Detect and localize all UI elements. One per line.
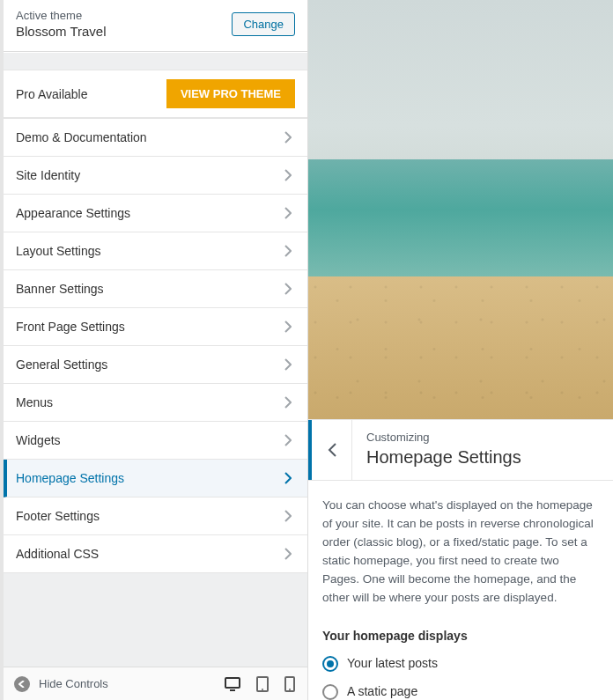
- chevron-right-icon: [281, 471, 295, 485]
- change-theme-button[interactable]: Change: [232, 12, 295, 36]
- chevron-right-icon: [281, 320, 295, 334]
- preview-sand: [308, 276, 613, 419]
- radio-label: Your latest posts: [347, 654, 438, 674]
- nav-item-general-settings[interactable]: General Settings: [4, 346, 307, 384]
- nav-item-homepage-settings[interactable]: Homepage Settings: [4, 460, 307, 497]
- chevron-right-icon: [281, 547, 295, 561]
- svg-point-2: [262, 689, 263, 690]
- nav-item-widgets[interactable]: Widgets: [4, 422, 307, 460]
- nav-item-label: Menus: [16, 395, 53, 409]
- nav-item-label: Site Identity: [16, 168, 80, 182]
- chevron-right-icon: [281, 357, 295, 372]
- nav-item-label: General Settings: [16, 357, 107, 372]
- nav-item-footer-settings[interactable]: Footer Settings: [4, 497, 307, 535]
- nav-item-label: Layout Settings: [16, 244, 101, 258]
- nav-item-banner-settings[interactable]: Banner Settings: [4, 270, 307, 308]
- nav-item-front-page-settings[interactable]: Front Page Settings: [4, 308, 307, 346]
- hide-controls-button[interactable]: Hide Controls: [14, 676, 108, 692]
- homepage-displays-heading: Your homepage displays: [322, 627, 599, 646]
- svg-rect-0: [225, 678, 240, 688]
- chevron-right-icon: [281, 509, 295, 523]
- customizer-footer: Hide Controls: [4, 667, 307, 700]
- radio-label: A static page: [347, 682, 417, 700]
- svg-point-4: [289, 689, 291, 690]
- radio-unchecked-icon: [322, 684, 338, 700]
- customizer-nav: Demo & Documentation Site Identity Appea…: [4, 118, 307, 573]
- nav-item-label: Front Page Settings: [16, 320, 125, 334]
- nav-item-label: Widgets: [16, 433, 61, 447]
- nav-item-demo-documentation[interactable]: Demo & Documentation: [4, 118, 307, 157]
- preview-sea: [308, 159, 613, 285]
- hide-controls-label: Hide Controls: [39, 677, 108, 690]
- view-pro-theme-button[interactable]: VIEW PRO THEME: [166, 79, 295, 108]
- chevron-right-icon: [281, 244, 295, 258]
- nav-item-label: Banner Settings: [16, 282, 104, 296]
- subpanel-description: You can choose what's displayed on the h…: [322, 497, 599, 608]
- nav-item-label: Appearance Settings: [16, 206, 130, 220]
- collapse-left-icon: [14, 676, 30, 692]
- theme-header-text: Active theme Blossom Travel: [16, 9, 107, 39]
- radio-checked-icon: [322, 656, 338, 672]
- nav-item-additional-css[interactable]: Additional CSS: [4, 535, 307, 573]
- mobile-icon[interactable]: [284, 676, 295, 692]
- subpanel-title: Homepage Settings: [366, 447, 521, 468]
- nav-item-label: Additional CSS: [16, 547, 99, 561]
- chevron-right-icon: [281, 433, 295, 447]
- desktop-icon[interactable]: [225, 677, 240, 691]
- radio-latest-posts[interactable]: Your latest posts: [322, 654, 599, 674]
- nav-item-menus[interactable]: Menus: [4, 384, 307, 422]
- pro-available-label: Pro Available: [16, 87, 87, 101]
- nav-item-site-identity[interactable]: Site Identity: [4, 157, 307, 195]
- separator: [4, 52, 307, 70]
- nav-item-label: Footer Settings: [16, 509, 100, 523]
- theme-header: Active theme Blossom Travel Change: [4, 0, 307, 52]
- pro-available-row: Pro Available VIEW PRO THEME: [4, 70, 307, 118]
- active-theme-label: Active theme: [16, 9, 107, 22]
- chevron-right-icon: [281, 282, 295, 296]
- radio-static-page[interactable]: A static page: [322, 682, 599, 700]
- breadcrumb: Customizing: [366, 431, 521, 444]
- site-preview-image: [308, 0, 613, 419]
- chevron-right-icon: [281, 395, 295, 409]
- customizer-app: Active theme Blossom Travel Change Pro A…: [0, 0, 613, 700]
- nav-item-label: Homepage Settings: [16, 471, 124, 485]
- device-preview-toggles: [225, 676, 300, 692]
- nav-item-layout-settings[interactable]: Layout Settings: [4, 232, 307, 270]
- active-theme-name: Blossom Travel: [16, 24, 107, 39]
- chevron-right-icon: [281, 206, 295, 220]
- nav-item-label: Demo & Documentation: [16, 130, 147, 144]
- chevron-right-icon: [281, 168, 295, 182]
- nav-item-appearance-settings[interactable]: Appearance Settings: [4, 195, 307, 232]
- preview-column: Customizing Homepage Settings You can ch…: [308, 0, 613, 700]
- subpanel-header: Customizing Homepage Settings: [308, 419, 613, 481]
- tablet-icon[interactable]: [256, 676, 269, 692]
- chevron-right-icon: [281, 130, 295, 144]
- customizer-panel: Active theme Blossom Travel Change Pro A…: [4, 0, 308, 700]
- back-button[interactable]: [312, 420, 352, 480]
- subpanel-body: You can choose what's displayed on the h…: [308, 481, 613, 700]
- subpanel-titles: Customizing Homepage Settings: [352, 420, 535, 480]
